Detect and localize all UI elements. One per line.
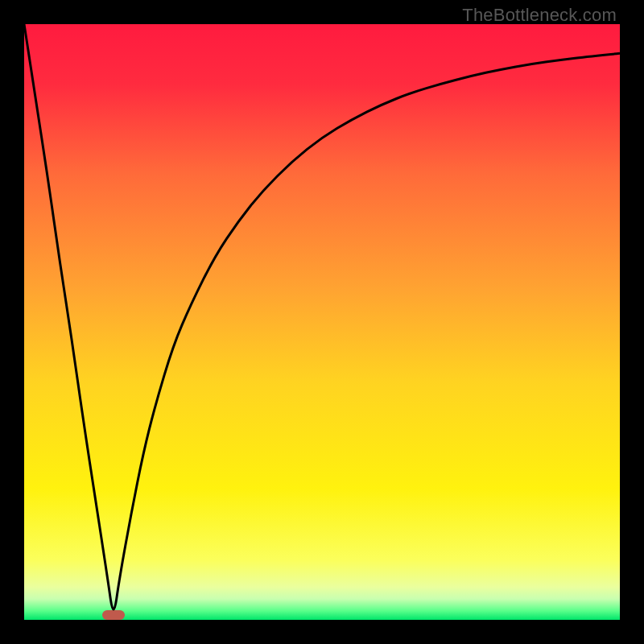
curve-svg: [24, 24, 620, 620]
chart-frame: TheBottleneck.com: [0, 0, 644, 644]
plot-area: [24, 24, 620, 620]
watermark-label: TheBottleneck.com: [462, 5, 617, 26]
bottleneck-curve-path: [24, 24, 620, 609]
